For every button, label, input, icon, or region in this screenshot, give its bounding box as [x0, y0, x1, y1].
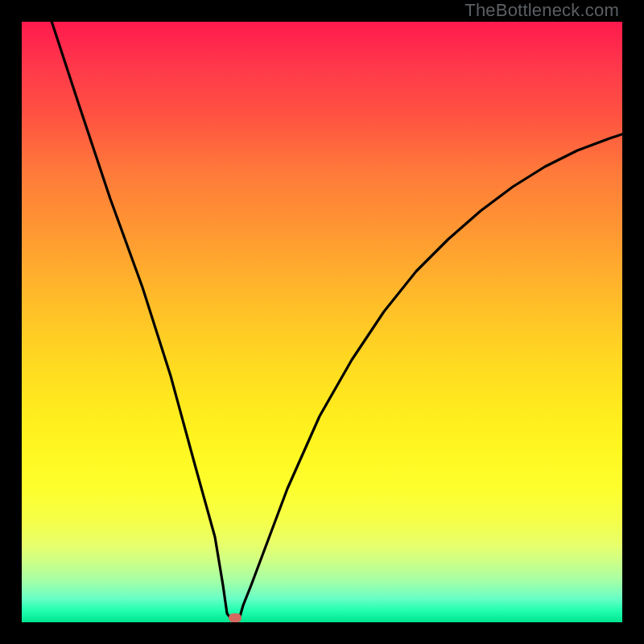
watermark-text: TheBottleneck.com	[464, 0, 619, 21]
curve-path	[49, 14, 634, 617]
optimal-marker	[229, 613, 242, 622]
bottleneck-curve	[22, 22, 622, 622]
